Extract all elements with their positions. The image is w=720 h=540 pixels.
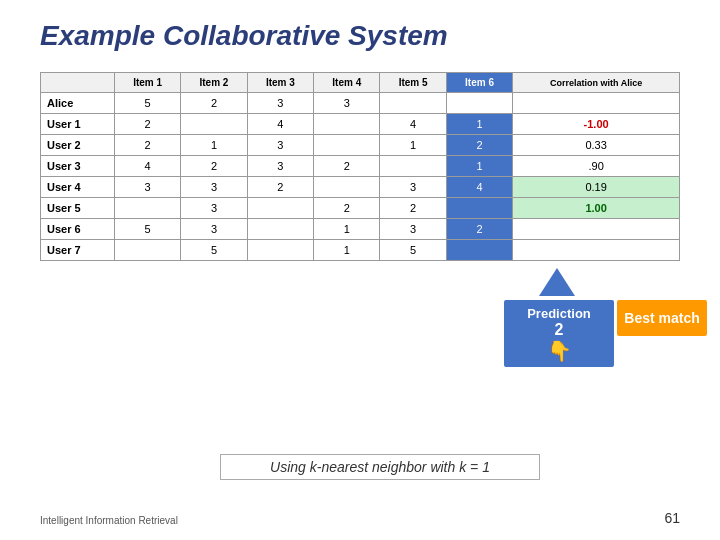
table-row: User 5 3 2 2 1.00 [41,198,680,219]
cell: 3 [114,177,180,198]
table-row: User 3 4 2 3 2 1 .90 [41,156,680,177]
prediction-box: Prediction 2 👇 [504,300,614,367]
cell: 3 [181,177,247,198]
footer-left-text: Intelligent Information Retrieval [40,515,178,526]
cell: 1 [380,135,446,156]
cell: 2 [446,135,512,156]
cell [114,240,180,261]
cell [247,219,313,240]
cell: 3 [181,219,247,240]
cell: 5 [181,240,247,261]
best-match-label: Best match [621,310,703,326]
cell: 1 [314,219,380,240]
best-match-box: Best match [617,300,707,336]
col-header-item5: Item 5 [380,73,446,93]
cell: 4 [446,93,512,114]
thumbs-down-icon: 👇 [508,339,610,363]
cell: 1 [446,114,512,135]
row-label: User 4 [41,177,115,198]
row-label: User 5 [41,198,115,219]
cell: 2 [314,156,380,177]
cell: 4 [114,156,180,177]
col-header-item1: Item 1 [114,73,180,93]
cell: 1 [314,240,380,261]
cell: 4 [380,114,446,135]
cell [380,93,446,114]
prediction-label: Prediction [508,306,610,321]
row-label: User 2 [41,135,115,156]
cell: 2 [247,177,313,198]
cell: 1 [181,135,247,156]
cell: 3 [380,219,446,240]
table-row: User 7 5 1 5 [41,240,680,261]
cell [314,135,380,156]
table-row: User 1 2 4 4 1 -1.00 [41,114,680,135]
cell [114,198,180,219]
cell: .90 [513,156,680,177]
cell [513,219,680,240]
cell: 3 [314,93,380,114]
cell: 2 [181,156,247,177]
row-label: User 1 [41,114,115,135]
arrow-up-icon [539,268,575,296]
table-row: User 6 5 3 1 3 2 [41,219,680,240]
cell: 3 [247,93,313,114]
subtitle-text: Using k-nearest neighbor with k = 1 [220,454,540,480]
cell: 4 [247,114,313,135]
row-label: User 6 [41,219,115,240]
cell [446,198,512,219]
cell: 2 [114,114,180,135]
cell: 3 [181,198,247,219]
cell [181,114,247,135]
cell [247,240,313,261]
row-label: Alice [41,93,115,114]
cell [446,240,512,261]
cell: 4 [446,177,512,198]
table-row: User 2 2 1 3 1 2 0.33 [41,135,680,156]
cell [513,240,680,261]
prediction-value: 2 [508,321,610,339]
cell: 5 [114,219,180,240]
cell: 1.00 [513,198,680,219]
table-row: User 4 3 3 2 3 4 0.19 [41,177,680,198]
cell: 3 [247,135,313,156]
cell [513,93,680,114]
cell: 5 [114,93,180,114]
cell: 2 [314,198,380,219]
footer-right-text: 61 [664,510,680,526]
col-header-correlation: Correlation with Alice [513,73,680,93]
cell: 2 [380,198,446,219]
cell: 5 [380,240,446,261]
col-header-empty [41,73,115,93]
cell: 2 [114,135,180,156]
page-title: Example Collaborative System [0,0,720,62]
col-header-item2: Item 2 [181,73,247,93]
row-label: User 7 [41,240,115,261]
row-label: User 3 [41,156,115,177]
table-container: Item 1 Item 2 Item 3 Item 4 Item 5 Item … [0,72,720,261]
data-table: Item 1 Item 2 Item 3 Item 4 Item 5 Item … [40,72,680,261]
cell: 3 [247,156,313,177]
cell: 2 [446,219,512,240]
col-header-item6: Item 6 [446,73,512,93]
cell [247,198,313,219]
cell [380,156,446,177]
cell: 0.33 [513,135,680,156]
col-header-item3: Item 3 [247,73,313,93]
cell: 0.19 [513,177,680,198]
cell [314,114,380,135]
cell: 1 [446,156,512,177]
table-row: Alice 5 2 3 3 4 [41,93,680,114]
cell: -1.00 [513,114,680,135]
cell [314,177,380,198]
col-header-item4: Item 4 [314,73,380,93]
cell: 3 [380,177,446,198]
cell: 2 [181,93,247,114]
